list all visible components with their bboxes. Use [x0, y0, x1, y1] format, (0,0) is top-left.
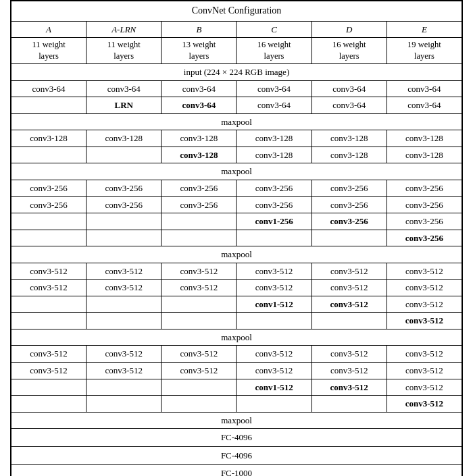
- cell: conv3-512: [312, 363, 387, 379]
- cell: conv3-512: [86, 363, 161, 379]
- table-row: conv3-512 conv3-512 conv3-512 conv3-512 …: [11, 263, 462, 280]
- cell: conv3-512: [312, 263, 387, 280]
- cell: [11, 313, 86, 329]
- table-row: conv3-512: [11, 313, 462, 329]
- cell: conv3-256: [161, 180, 236, 197]
- cell: conv3-256: [11, 196, 86, 213]
- cell: [11, 396, 86, 413]
- cell: [236, 230, 312, 246]
- cell: [11, 230, 86, 246]
- weight-b: 13 weightlayers: [161, 38, 236, 64]
- cell: conv3-512: [161, 363, 236, 379]
- table-row: conv3-256 conv3-256 conv3-256 conv3-256 …: [11, 196, 462, 213]
- cell: conv3-64: [312, 97, 387, 114]
- cell: conv3-512: [387, 280, 462, 296]
- col-e: E: [387, 21, 462, 38]
- table-row: conv3-512 conv3-512 conv3-512 conv3-512 …: [11, 363, 462, 379]
- cell: [86, 313, 161, 329]
- cell: [86, 296, 161, 313]
- title-row: ConvNet Configuration: [11, 1, 462, 22]
- cell: conv3-512: [236, 363, 312, 379]
- cell: conv3-512: [387, 396, 462, 413]
- cell: [11, 213, 86, 230]
- cell: conv3-256: [11, 180, 86, 197]
- fc-1000: FC-1000: [11, 465, 462, 476]
- maxpool-label: maxpool: [11, 246, 462, 263]
- table-row: conv1-256 conv3-256 conv3-256: [11, 213, 462, 230]
- cell: [236, 313, 312, 329]
- cell: conv3-256: [312, 196, 387, 213]
- cell: conv3-128: [86, 130, 161, 147]
- cell: conv3-512: [387, 296, 462, 313]
- fc-row-1: FC-4096: [11, 429, 462, 447]
- table-row: conv3-64 conv3-64 conv3-64 conv3-64 conv…: [11, 80, 462, 97]
- col-c: C: [236, 21, 312, 38]
- cell: conv3-512: [161, 263, 236, 280]
- cell: [11, 147, 86, 163]
- fc-row-2: FC-4096: [11, 446, 462, 465]
- cell: [11, 97, 86, 114]
- cell: conv3-128: [236, 147, 312, 163]
- weight-c: 16 weightlayers: [236, 38, 312, 64]
- cell: conv3-128: [387, 147, 462, 163]
- cell: conv3-64: [11, 80, 86, 97]
- cell: conv3-256: [387, 180, 462, 197]
- cell: conv3-512: [236, 346, 312, 363]
- cell: conv3-512: [312, 379, 387, 396]
- cell: [161, 296, 236, 313]
- cell: [86, 213, 161, 230]
- cell: [11, 296, 86, 313]
- cell: conv3-512: [387, 313, 462, 329]
- cell: conv3-256: [387, 196, 462, 213]
- weight-e: 19 weightlayers: [387, 38, 462, 64]
- input-row: input (224 × 224 RGB image): [11, 64, 462, 81]
- fc-4096-2: FC-4096: [11, 446, 462, 465]
- cell: [86, 230, 161, 246]
- weight-layers-row: 11 weightlayers 11 weightlayers 13 weigh…: [11, 38, 462, 64]
- cell: conv3-256: [161, 196, 236, 213]
- cell: [86, 379, 161, 396]
- maxpool-label: maxpool: [11, 163, 462, 180]
- cell: conv1-256: [236, 213, 312, 230]
- maxpool-label: maxpool: [11, 412, 462, 429]
- cell: conv3-512: [387, 346, 462, 363]
- cell: conv3-64: [312, 80, 387, 97]
- cell: conv3-512: [11, 263, 86, 280]
- cell: conv3-64: [236, 97, 312, 114]
- table-row: conv3-512: [11, 396, 462, 413]
- cell: conv3-512: [312, 346, 387, 363]
- col-b: B: [161, 21, 236, 38]
- cell: conv3-512: [387, 363, 462, 379]
- weight-alrn: 11 weightlayers: [86, 38, 161, 64]
- fc-row-3: FC-1000: [11, 465, 462, 476]
- cell: [86, 147, 161, 163]
- cell: conv3-512: [86, 280, 161, 296]
- cell: conv3-512: [236, 263, 312, 280]
- cell: conv3-256: [236, 180, 312, 197]
- cell: conv3-256: [236, 196, 312, 213]
- separator-row: maxpool: [11, 329, 462, 346]
- cell: conv3-512: [161, 280, 236, 296]
- cell: conv3-512: [11, 346, 86, 363]
- table-row: LRN conv3-64 conv3-64 conv3-64 conv3-64: [11, 97, 462, 114]
- cell: [312, 230, 387, 246]
- cell: conv3-256: [312, 180, 387, 197]
- weight-a: 11 weightlayers: [11, 38, 86, 64]
- separator-row: maxpool: [11, 163, 462, 180]
- separator-row: maxpool: [11, 246, 462, 263]
- cell: [312, 396, 387, 413]
- cell: conv3-512: [86, 263, 161, 280]
- fc-4096-1: FC-4096: [11, 429, 462, 447]
- cell: conv3-64: [86, 80, 161, 97]
- cell: [236, 396, 312, 413]
- cell: conv1-512: [236, 379, 312, 396]
- cell: [11, 379, 86, 396]
- cell: conv3-64: [161, 97, 236, 114]
- cell: LRN: [86, 97, 161, 114]
- table-row: conv3-128 conv3-128 conv3-128 conv3-128 …: [11, 130, 462, 147]
- cell: [161, 230, 236, 246]
- table-row: conv3-512 conv3-512 conv3-512 conv3-512 …: [11, 346, 462, 363]
- cell: conv3-128: [161, 147, 236, 163]
- cell: conv3-512: [312, 296, 387, 313]
- maxpool-label: maxpool: [11, 113, 462, 130]
